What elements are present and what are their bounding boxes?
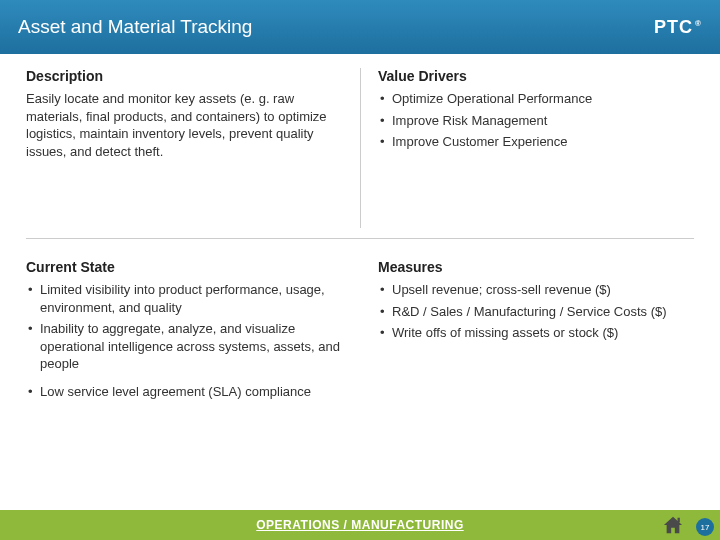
brand-logo-text: PTC	[654, 17, 693, 38]
home-icon[interactable]	[662, 515, 684, 535]
list-item: Inability to aggregate, analyze, and vis…	[26, 320, 342, 373]
current-state-section: Current State Limited visibility into pr…	[26, 259, 360, 404]
footer-category-link[interactable]: OPERATIONS / MANUFACTURING	[256, 518, 463, 532]
list-item: Low service level agreement (SLA) compli…	[26, 383, 342, 401]
page-title: Asset and Material Tracking	[18, 16, 252, 38]
current-state-list: Limited visibility into product performa…	[26, 281, 342, 400]
list-item: Upsell revenue; cross-sell revenue ($)	[378, 281, 694, 299]
list-item: Limited visibility into product performa…	[26, 281, 342, 316]
measures-list: Upsell revenue; cross-sell revenue ($) R…	[378, 281, 694, 342]
page-number: 17	[701, 523, 710, 532]
value-drivers-heading: Value Drivers	[378, 68, 694, 84]
brand-logo: PTC ®	[654, 17, 702, 38]
list-item: Optimize Operational Performance	[378, 90, 694, 108]
description-heading: Description	[26, 68, 342, 84]
value-drivers-list: Optimize Operational Performance Improve…	[378, 90, 694, 151]
current-state-heading: Current State	[26, 259, 342, 275]
list-item: R&D / Sales / Manufacturing / Service Co…	[378, 303, 694, 321]
list-item: Improve Risk Management	[378, 112, 694, 130]
bottom-row: Current State Limited visibility into pr…	[26, 239, 694, 404]
description-section: Description Easily locate and monitor ke…	[26, 68, 360, 188]
description-body: Easily locate and monitor key assets (e.…	[26, 90, 342, 160]
registered-mark: ®	[695, 19, 702, 28]
slide-content: Description Easily locate and monitor ke…	[0, 54, 720, 404]
list-item: Write offs of missing assets or stock ($…	[378, 324, 694, 342]
measures-heading: Measures	[378, 259, 694, 275]
svg-rect-1	[678, 518, 680, 523]
value-drivers-section: Value Drivers Optimize Operational Perfo…	[360, 68, 694, 188]
page-number-badge: 17	[696, 518, 714, 536]
title-bar: Asset and Material Tracking PTC ®	[0, 0, 720, 54]
top-row: Description Easily locate and monitor ke…	[26, 68, 694, 239]
list-item: Improve Customer Experience	[378, 133, 694, 151]
measures-section: Measures Upsell revenue; cross-sell reve…	[360, 259, 694, 404]
vertical-divider	[360, 68, 361, 228]
footer-bar: OPERATIONS / MANUFACTURING	[0, 510, 720, 540]
